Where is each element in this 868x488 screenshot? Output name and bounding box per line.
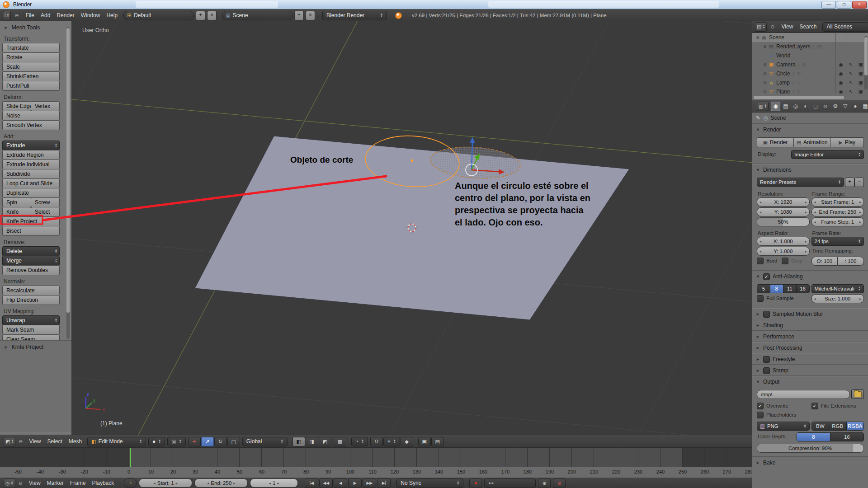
crop-checkbox[interactable] xyxy=(782,258,788,264)
tab-scene[interactable]: ◎ xyxy=(791,102,800,111)
display-mode-select[interactable]: Image Editor ▲▼ xyxy=(791,150,864,159)
current-frame-field[interactable]: ◂ 1 ▸ xyxy=(250,479,298,488)
aa-samples-11[interactable]: 11 xyxy=(783,285,797,293)
visibility-eye-icon[interactable]: ◉ xyxy=(836,71,845,77)
aspect-y-field[interactable]: ◂Y: 1.000▸ xyxy=(757,247,810,256)
pin-icon[interactable]: ✎ xyxy=(756,115,760,121)
vertex-select-mode-button[interactable]: ◧ xyxy=(292,437,305,446)
end-frame-field[interactable]: ◂End Frame: 250▸ xyxy=(811,207,864,216)
decrement-arrow-icon[interactable]: ◂ xyxy=(269,481,271,485)
visibility-eye-icon[interactable]: ◉ xyxy=(836,62,845,68)
jump-next-keyframe-button[interactable]: ▶▶ xyxy=(363,479,376,488)
timeline-playhead[interactable] xyxy=(130,448,131,469)
menu-add[interactable]: Add xyxy=(38,12,53,19)
shading-section-header[interactable]: ►Shading xyxy=(752,319,868,331)
tool-button-remove-doubles[interactable]: Remove Doubles xyxy=(2,265,60,275)
compression-slider[interactable]: Compression: 90% xyxy=(757,444,864,453)
tool-button-slide-edge[interactable]: Slide Edge xyxy=(2,101,31,111)
knife-project-panel-header[interactable]: ▼ Knife Project xyxy=(0,340,75,432)
tab-render[interactable]: ◉ xyxy=(771,102,780,111)
stamp-checkbox[interactable] xyxy=(763,367,770,374)
border-checkbox[interactable] xyxy=(757,258,764,264)
render-engine-select[interactable]: Blender Render ▲▼ xyxy=(322,11,387,20)
scale-manipulator-button[interactable]: ▢ xyxy=(227,437,240,446)
tool-button-unwrap[interactable]: Unwrap▲▼ xyxy=(2,315,60,325)
tab-texture[interactable]: ▦ xyxy=(860,102,868,111)
selectability-cursor-icon[interactable]: ↖ xyxy=(846,80,855,86)
scene-field[interactable]: ◎ Scene xyxy=(222,11,292,20)
remap-new-field[interactable]: : 100 xyxy=(838,257,864,266)
frame-step-field[interactable]: ◂Frame Step: 1▸ xyxy=(811,217,864,226)
tab-material[interactable]: ● xyxy=(850,102,860,111)
tool-button-extrude-region[interactable]: Extrude Region xyxy=(2,150,60,160)
viewport-shading-select[interactable]: ● ▲▼ xyxy=(148,437,165,446)
tab-object[interactable]: ◻ xyxy=(811,102,820,111)
render-animation-button[interactable]: ▤ Animation xyxy=(794,137,831,147)
resolution-y-field[interactable]: ◂Y: 1080▸ xyxy=(757,207,810,216)
add-layout-button[interactable]: + xyxy=(196,11,205,20)
file-extensions-checkbox[interactable]: ✓ xyxy=(811,403,818,409)
insert-keyframe-button[interactable]: ⊕ xyxy=(538,479,551,488)
auto-keyframe-record-button[interactable]: ● xyxy=(469,479,482,488)
aspect-x-field[interactable]: ◂X: 1.000▸ xyxy=(757,237,810,246)
snap-element-select[interactable]: ⌖ ▲▼ xyxy=(383,437,400,446)
visibility-eye-icon[interactable]: ◉ xyxy=(836,89,845,94)
outliner-row-scene[interactable]: ⊖◎Scene xyxy=(752,33,868,42)
play-rendered-button[interactable]: ▶ Play xyxy=(830,137,864,147)
placeholders-checkbox-row[interactable]: Placeholders xyxy=(757,411,810,419)
use-preview-range-toggle[interactable]: ◔ xyxy=(124,479,137,488)
overwrite-checkbox[interactable]: ✓ xyxy=(757,403,764,409)
jump-to-start-button[interactable]: |◀ xyxy=(305,479,318,488)
collapse-menus-icon[interactable]: ⊖ xyxy=(19,480,23,486)
tool-button-bisect[interactable]: Bisect xyxy=(2,226,60,236)
menu-select[interactable]: Select xyxy=(44,438,65,445)
anti-aliasing-checkbox[interactable]: ✓ xyxy=(763,273,770,280)
delete-scene-button[interactable]: × xyxy=(306,11,315,20)
outliner-horizontal-scrollbar[interactable] xyxy=(754,96,844,99)
opengl-render-image-button[interactable]: ▣ xyxy=(418,437,431,446)
renderability-camera-icon[interactable]: ▣ xyxy=(856,71,865,77)
collapse-menus-icon[interactable]: ⊖ xyxy=(14,13,19,19)
performance-section-header[interactable]: ►Performance xyxy=(752,331,868,342)
color-depth-8[interactable]: 8 xyxy=(797,433,830,441)
overwrite-checkbox-row[interactable]: ✓ Overwrite xyxy=(757,402,810,410)
face-select-mode-button[interactable]: ◩ xyxy=(319,437,331,446)
outliner-row-camera[interactable]: ⊕▣Camera|◎◉↖▣ xyxy=(752,60,868,69)
decrement-arrow-icon[interactable]: ◂ xyxy=(154,481,156,485)
resolution-percentage-slider[interactable]: 50% xyxy=(757,217,810,226)
screen-layout-field[interactable]: ⊞ Default xyxy=(123,11,194,20)
proportional-edit-select[interactable]: ◔ ▲▼ xyxy=(351,437,368,446)
jump-prev-keyframe-button[interactable]: ◀◀ xyxy=(319,479,333,488)
tool-button-knife[interactable]: Knife xyxy=(2,207,31,217)
file-extensions-checkbox-row[interactable]: ✓ File Extensions xyxy=(811,402,864,410)
tool-button-merge[interactable]: Merge▲▼ xyxy=(2,256,60,266)
menu-mesh[interactable]: Mesh xyxy=(66,438,85,445)
remap-old-field[interactable]: O: 100 xyxy=(811,257,838,266)
aa-samples-16[interactable]: 16 xyxy=(797,285,809,293)
output-path-field[interactable]: /tmp\ xyxy=(757,390,850,399)
tab-constraints[interactable]: ∞ xyxy=(821,102,830,111)
manipulator-axes-icon[interactable]: ✛ xyxy=(188,437,201,446)
tool-button-knife-project[interactable]: Knife Project xyxy=(2,216,60,226)
limit-selection-visible-button[interactable]: ▩ xyxy=(334,437,346,446)
full-sample-checkbox[interactable] xyxy=(757,295,764,302)
selectability-cursor-icon[interactable]: ↖ xyxy=(846,62,855,68)
selectability-cursor-icon[interactable]: ↖ xyxy=(846,89,855,94)
menu-render[interactable]: Render xyxy=(53,12,77,19)
output-section-header[interactable]: ▼ Output xyxy=(752,376,868,387)
tool-button-push-pull[interactable]: Push/Pull xyxy=(2,81,60,91)
aa-samples-5[interactable]: 5 xyxy=(757,285,770,293)
increment-arrow-icon[interactable]: ▸ xyxy=(233,481,235,485)
open-folder-button[interactable] xyxy=(851,389,864,399)
render-section-header[interactable]: ▼ Render xyxy=(752,124,868,135)
dimensions-section-header[interactable]: ▼ Dimensions xyxy=(752,164,868,175)
3d-viewport[interactable]: z y x User Ortho Objeto de corte Aunque … xyxy=(71,21,752,435)
mode-select[interactable]: ◧ Edit Mode ▲▼ xyxy=(87,437,146,446)
editor-type-button[interactable]: ◩ ▲▼ xyxy=(4,437,15,446)
tool-button-rotate[interactable]: Rotate xyxy=(2,52,60,62)
tab-world[interactable]: ◐ xyxy=(801,102,810,111)
file-format-select[interactable]: ▥ PNG ▲▼ xyxy=(757,422,810,431)
tool-button-duplicate[interactable]: Duplicate xyxy=(2,188,60,198)
menu-view[interactable]: View xyxy=(778,23,797,30)
sync-mode-select[interactable]: No Sync ▲▼ xyxy=(396,479,463,488)
